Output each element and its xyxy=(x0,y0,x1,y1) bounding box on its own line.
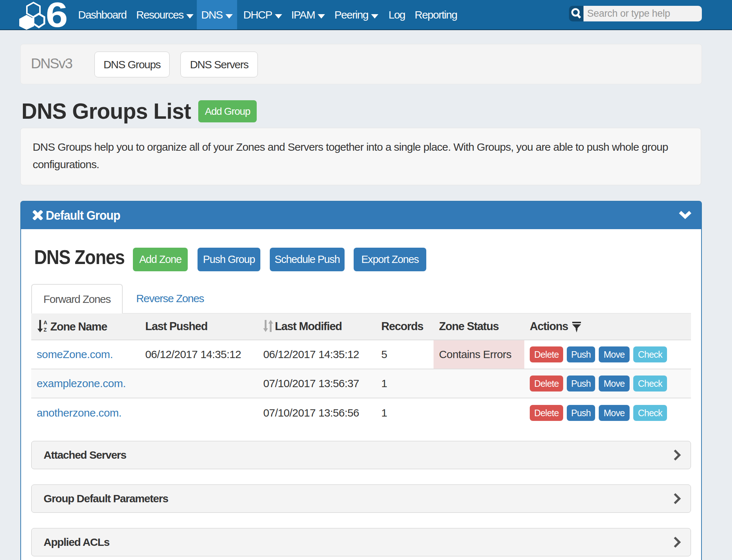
svg-text:A: A xyxy=(44,320,47,325)
svg-text:Z: Z xyxy=(44,327,47,333)
